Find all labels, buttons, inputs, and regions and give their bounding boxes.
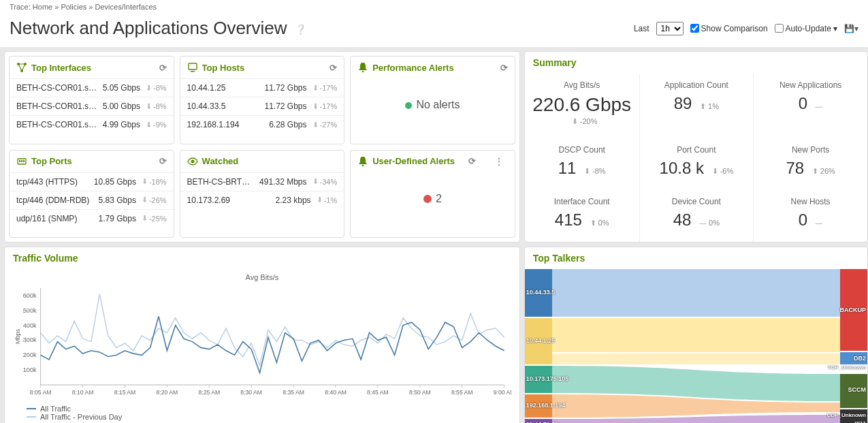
arrow-down-icon: ⬇ bbox=[312, 177, 319, 186]
svg-point-11 bbox=[362, 164, 364, 166]
arrow-down-icon: ⬇ bbox=[142, 195, 148, 204]
top-ports-title: Top Ports bbox=[31, 156, 72, 166]
svg-rect-9 bbox=[23, 160, 25, 162]
arrow-down-icon: ⬇ bbox=[146, 102, 152, 111]
user-alerts-panel: User-Defined Alerts ⟳ ⋮ 2 bbox=[350, 150, 515, 238]
table-row[interactable]: BETH-CS-COR01.steelde... 5.05 Gbps ⬇-8% bbox=[10, 78, 174, 97]
summary-metric[interactable]: DSCP Count 11 ⬇ -8% bbox=[525, 138, 639, 190]
svg-text:8:25 AM: 8:25 AM bbox=[198, 389, 220, 396]
arrow-down-icon: ⬇ bbox=[146, 84, 152, 93]
table-row[interactable]: tcp/446 (DDM-RDB) 5.83 Gbps ⬇-26% bbox=[10, 191, 174, 209]
header-controls: Last 1h Show Comparison Auto-Update ▾ 💾▾ bbox=[634, 22, 858, 35]
table-row[interactable]: tcp/443 (HTTPS) 10.85 Gbps ⬇-18% bbox=[10, 172, 174, 191]
top-hosts-panel: Top Hosts ⟳ 10.44.1.25 11.72 Gbps ⬇-17% … bbox=[180, 56, 345, 144]
arrow-down-icon: ⬇ bbox=[312, 84, 319, 93]
summary-metric[interactable]: New Ports 78 ⬆ 26% bbox=[753, 138, 867, 190]
auto-update-control[interactable]: Auto-Update ▾ bbox=[775, 24, 837, 33]
svg-text:8:55 AM: 8:55 AM bbox=[451, 389, 473, 396]
reload-icon[interactable]: ⟳ bbox=[468, 156, 476, 166]
breadcrumb-home[interactable]: Home bbox=[33, 3, 52, 11]
status-dot-red bbox=[423, 195, 432, 203]
bell-icon bbox=[357, 62, 368, 73]
arrow-down-icon: ⬇ bbox=[146, 121, 152, 129]
svg-text:500k: 500k bbox=[23, 307, 37, 314]
arrow-down-icon: ⬇ bbox=[312, 121, 319, 129]
eye-icon bbox=[187, 156, 198, 167]
traffic-chart[interactable]: 100k200k300k400k500k600kMbps8:05 AM8:10 … bbox=[13, 284, 511, 400]
svg-rect-4 bbox=[191, 71, 195, 72]
arrow-down-icon: ⬇ bbox=[312, 102, 319, 111]
summary-metric[interactable]: Avg Bits/s 220.6 Gbps ⬇ -20% bbox=[525, 74, 639, 138]
summary-metric[interactable]: Interface Count 415 ⬆ 0% bbox=[525, 190, 639, 242]
summary-metric[interactable]: New Hosts 0 — bbox=[753, 190, 867, 242]
table-row[interactable]: BETH-CS-BRTR02.lab.... 491.32 Mbps ⬇-34% bbox=[180, 172, 344, 191]
chevron-down-icon: ▾ bbox=[833, 24, 837, 33]
svg-text:400k: 400k bbox=[23, 322, 37, 329]
breadcrumb-devices[interactable]: Devices/Interfaces bbox=[95, 3, 157, 11]
traffic-volume-panel: Traffic Volume Avg Bits/s 100k200k300k40… bbox=[4, 247, 520, 423]
table-row[interactable]: udp/161 (SNMP) 1.79 Gbps ⬇-25% bbox=[10, 209, 174, 228]
svg-text:9:00 AM: 9:00 AM bbox=[494, 389, 511, 396]
reload-icon[interactable]: ⟳ bbox=[159, 156, 167, 166]
top-talkers-panel: Top Talkers 10.44.33.510.44.1.2510.173.1… bbox=[524, 247, 868, 423]
summary-metric[interactable]: Port Count 10.8 k ⬇ -6% bbox=[639, 138, 754, 190]
table-row[interactable]: 192.168.1.194 6.28 Gbps ⬇-27% bbox=[180, 115, 344, 134]
breadcrumb-policies[interactable]: Policies bbox=[61, 3, 86, 11]
summary-metric[interactable]: New Applications 0 — bbox=[753, 74, 867, 138]
table-row[interactable]: 10.173.2.69 2.23 kbps ⬇-1% bbox=[180, 191, 344, 209]
top-hosts-title: Top Hosts bbox=[202, 63, 245, 73]
performance-alerts-panel: Performance Alerts ⟳ No alerts bbox=[350, 56, 515, 144]
reload-icon[interactable]: ⟳ bbox=[329, 63, 337, 73]
user-alerts-count[interactable]: 2 bbox=[351, 172, 515, 225]
svg-rect-8 bbox=[21, 160, 22, 162]
show-comparison-control[interactable]: Show Comparison bbox=[690, 24, 768, 33]
auto-update-checkbox[interactable] bbox=[775, 24, 784, 33]
svg-text:8:05 AM: 8:05 AM bbox=[30, 389, 52, 396]
arrow-down-icon: ⬇ bbox=[142, 214, 148, 223]
svg-rect-3 bbox=[189, 63, 197, 69]
svg-text:8:45 AM: 8:45 AM bbox=[367, 389, 389, 396]
page-title: Network and Applications Overview ❔ bbox=[10, 18, 306, 39]
svg-text:8:30 AM: 8:30 AM bbox=[240, 389, 262, 396]
reload-icon[interactable]: ⟳ bbox=[159, 63, 167, 73]
ports-icon bbox=[16, 156, 27, 167]
sankey-chart[interactable]: 10.44.33.510.44.1.2510.173.175.105192.16… bbox=[525, 269, 867, 423]
svg-text:8:10 AM: 8:10 AM bbox=[72, 389, 94, 396]
table-row[interactable]: BETH-CS-COR01.steelde... 5.00 Gbps ⬇-8% bbox=[10, 97, 174, 115]
reload-icon[interactable]: ⟳ bbox=[500, 63, 508, 73]
save-icon[interactable]: 💾▾ bbox=[844, 24, 858, 33]
svg-text:200k: 200k bbox=[23, 351, 37, 358]
table-row[interactable]: 10.44.1.25 11.72 Gbps ⬇-17% bbox=[180, 78, 344, 97]
top-ports-panel: Top Ports ⟳ tcp/443 (HTTPS) 10.85 Gbps ⬇… bbox=[9, 150, 174, 238]
last-label: Last bbox=[634, 24, 649, 33]
watched-title: Watched bbox=[202, 156, 239, 166]
svg-text:100k: 100k bbox=[23, 366, 37, 373]
breadcrumb-prefix: Trace: bbox=[10, 3, 31, 11]
table-row[interactable]: BETH-CS-COR01.steelde... 4.99 Gbps ⬇-9% bbox=[10, 115, 174, 134]
time-range-select[interactable]: 1h bbox=[656, 22, 684, 35]
table-row[interactable]: 10.44.33.5 11.72 Gbps ⬇-17% bbox=[180, 97, 344, 115]
top-interfaces-panel: Top Interfaces ⟳ BETH-CS-COR01.steelde..… bbox=[9, 56, 174, 144]
hosts-icon bbox=[187, 62, 198, 73]
svg-text:8:15 AM: 8:15 AM bbox=[114, 389, 136, 396]
summary-metric[interactable]: Application Count 89 ⬆ 1% bbox=[639, 74, 754, 138]
arrow-down-icon: ⬇ bbox=[317, 195, 323, 204]
user-alerts-title: User-Defined Alerts bbox=[372, 156, 455, 166]
svg-text:300k: 300k bbox=[23, 337, 37, 344]
svg-text:Mbps: Mbps bbox=[14, 329, 21, 344]
svg-text:600k: 600k bbox=[23, 292, 37, 299]
traffic-volume-title: Traffic Volume bbox=[5, 247, 519, 269]
summary-title: Summary bbox=[525, 52, 867, 74]
svg-text:8:35 AM: 8:35 AM bbox=[283, 389, 304, 396]
help-icon[interactable]: ❔ bbox=[295, 24, 306, 35]
mini-panel-group: Top Interfaces ⟳ BETH-CS-COR01.steelde..… bbox=[4, 51, 520, 242]
breadcrumb: Trace: Home » Policies » Devices/Interfa… bbox=[0, 0, 868, 14]
svg-text:8:20 AM: 8:20 AM bbox=[157, 389, 178, 396]
chart-subtitle: Avg Bits/s bbox=[13, 273, 511, 281]
performance-alerts-title: Performance Alerts bbox=[372, 63, 453, 73]
show-comparison-checkbox[interactable] bbox=[690, 24, 699, 33]
top-interfaces-title: Top Interfaces bbox=[31, 63, 91, 73]
kebab-icon[interactable]: ⋮ bbox=[490, 156, 508, 167]
summary-metric[interactable]: Device Count 48 — 0% bbox=[639, 190, 754, 242]
watched-panel: Watched BETH-CS-BRTR02.lab.... 491.32 Mb… bbox=[180, 150, 345, 238]
